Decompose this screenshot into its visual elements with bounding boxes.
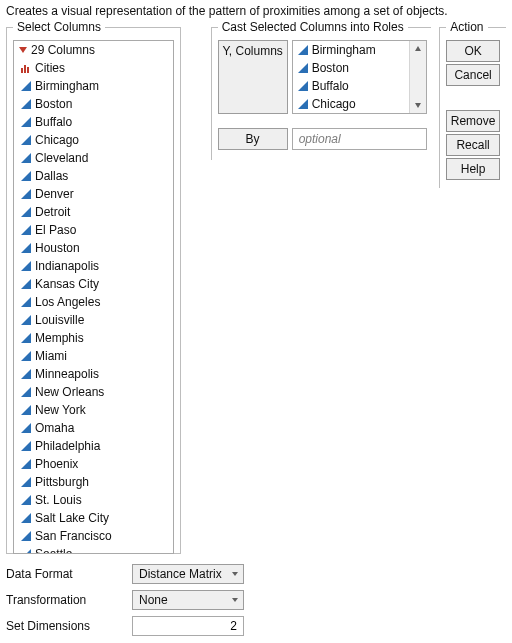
column-item[interactable]: Detroit xyxy=(14,203,173,221)
svg-marker-30 xyxy=(21,549,31,554)
y-column-item[interactable]: Boston xyxy=(293,59,411,77)
column-item[interactable]: Memphis xyxy=(14,329,173,347)
svg-marker-34 xyxy=(298,81,308,91)
column-list[interactable]: 29 Columns Cities BirminghamBostonBuffal… xyxy=(13,40,174,554)
continuous-icon xyxy=(20,134,32,146)
column-item[interactable]: Pittsburgh xyxy=(14,473,173,491)
y-column-item[interactable]: Chicago xyxy=(293,95,411,113)
disclosure-triangle-icon[interactable] xyxy=(18,45,28,55)
svg-marker-20 xyxy=(21,369,31,379)
y-column-label: Buffalo xyxy=(312,78,349,94)
transformation-select[interactable]: None xyxy=(132,590,244,610)
cancel-button[interactable]: Cancel xyxy=(446,64,500,86)
continuous-icon xyxy=(20,296,32,308)
column-item[interactable]: Kansas City xyxy=(14,275,173,293)
column-item[interactable]: Philadelphia xyxy=(14,437,173,455)
continuous-icon xyxy=(20,332,32,344)
column-item[interactable]: Omaha xyxy=(14,419,173,437)
column-item[interactable]: Birmingham xyxy=(14,77,173,95)
svg-marker-24 xyxy=(21,441,31,451)
column-item[interactable]: Indianapolis xyxy=(14,257,173,275)
column-item-label: Boston xyxy=(35,96,72,112)
column-item-label: New Orleans xyxy=(35,384,104,400)
column-item[interactable]: Seattle xyxy=(14,545,173,554)
continuous-icon xyxy=(20,152,32,164)
continuous-icon xyxy=(20,206,32,218)
data-format-label: Data Format xyxy=(6,567,124,581)
data-format-select[interactable]: Distance Matrix xyxy=(132,564,244,584)
column-item-label: Dallas xyxy=(35,168,68,184)
select-columns-group: Select Columns 29 Columns Cities Birm xyxy=(6,20,181,554)
action-legend: Action xyxy=(446,20,487,34)
column-item[interactable]: Houston xyxy=(14,239,173,257)
column-item[interactable]: New Orleans xyxy=(14,383,173,401)
remove-button[interactable]: Remove xyxy=(446,110,500,132)
column-list-header[interactable]: 29 Columns xyxy=(14,41,173,59)
continuous-icon xyxy=(20,98,32,110)
svg-marker-16 xyxy=(21,297,31,307)
continuous-icon xyxy=(20,476,32,488)
by-button[interactable]: By xyxy=(218,128,288,150)
column-item[interactable]: Chicago xyxy=(14,131,173,149)
column-item-label: Houston xyxy=(35,240,80,256)
by-input[interactable]: optional xyxy=(292,128,428,150)
continuous-icon xyxy=(20,242,32,254)
set-dimensions-label: Set Dimensions xyxy=(6,619,124,633)
svg-marker-5 xyxy=(21,99,31,109)
column-item[interactable]: Minneapolis xyxy=(14,365,173,383)
continuous-icon xyxy=(20,278,32,290)
continuous-icon xyxy=(20,422,32,434)
column-item[interactable]: Dallas xyxy=(14,167,173,185)
continuous-icon xyxy=(20,368,32,380)
column-item[interactable]: Buffalo xyxy=(14,113,173,131)
column-item[interactable]: Los Angeles xyxy=(14,293,173,311)
continuous-icon xyxy=(297,44,309,56)
column-item[interactable]: Louisville xyxy=(14,311,173,329)
recall-button[interactable]: Recall xyxy=(446,134,500,156)
help-button[interactable]: Help xyxy=(446,158,500,180)
continuous-icon xyxy=(20,80,32,92)
column-item[interactable]: San Francisco xyxy=(14,527,173,545)
scroll-down-icon[interactable] xyxy=(410,97,426,113)
svg-marker-12 xyxy=(21,225,31,235)
column-item[interactable]: Phoenix xyxy=(14,455,173,473)
ok-button[interactable]: OK xyxy=(446,40,500,62)
svg-rect-2 xyxy=(24,65,26,73)
column-item[interactable]: Cleveland xyxy=(14,149,173,167)
set-dimensions-input[interactable] xyxy=(132,616,244,636)
svg-marker-26 xyxy=(21,477,31,487)
column-item[interactable]: El Paso xyxy=(14,221,173,239)
column-item[interactable]: New York xyxy=(14,401,173,419)
scroll-up-icon[interactable] xyxy=(410,41,426,57)
chevron-down-icon xyxy=(231,569,239,580)
svg-marker-4 xyxy=(21,81,31,91)
column-item[interactable]: Denver xyxy=(14,185,173,203)
y-columns-button[interactable]: Y, Columns xyxy=(218,40,288,114)
continuous-icon xyxy=(20,350,32,362)
column-item-label: Chicago xyxy=(35,132,79,148)
transformation-value: None xyxy=(139,593,168,607)
column-item-label: San Francisco xyxy=(35,528,112,544)
continuous-icon xyxy=(20,440,32,452)
svg-marker-21 xyxy=(21,387,31,397)
column-item[interactable]: St. Louis xyxy=(14,491,173,509)
svg-marker-35 xyxy=(298,99,308,109)
column-item-label: Phoenix xyxy=(35,456,78,472)
svg-marker-13 xyxy=(21,243,31,253)
column-item-cities[interactable]: Cities xyxy=(14,59,173,77)
select-columns-legend: Select Columns xyxy=(13,20,105,34)
y-column-item[interactable]: Buffalo xyxy=(293,77,411,95)
histogram-icon xyxy=(20,62,32,74)
column-item-label: Buffalo xyxy=(35,114,72,130)
svg-marker-0 xyxy=(19,47,27,53)
scrollbar[interactable] xyxy=(409,41,426,113)
continuous-icon xyxy=(297,98,309,110)
svg-marker-33 xyxy=(298,63,308,73)
y-column-item[interactable]: Birmingham xyxy=(293,41,411,59)
column-item[interactable]: Miami xyxy=(14,347,173,365)
column-item[interactable]: Boston xyxy=(14,95,173,113)
y-columns-list[interactable]: BirminghamBostonBuffaloChicago xyxy=(292,40,428,114)
column-item[interactable]: Salt Lake City xyxy=(14,509,173,527)
description: Creates a visual representation of the p… xyxy=(6,4,506,20)
svg-marker-37 xyxy=(415,103,421,108)
